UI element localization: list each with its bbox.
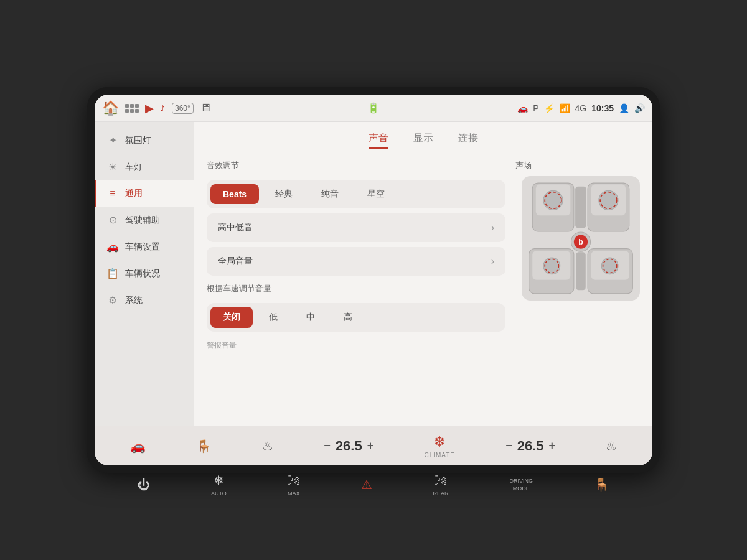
sidebar-item-general-label: 通用 xyxy=(125,188,143,199)
360-icon[interactable]: 360° xyxy=(172,103,194,114)
rear-defrost-icon: 🌬 xyxy=(435,474,447,488)
sidebar-item-system-label: 系统 xyxy=(125,295,143,306)
bottom-right-seat-heat[interactable]: ♨ xyxy=(606,439,617,454)
right-temp-minus[interactable]: − xyxy=(505,439,512,452)
lights-icon: ☀ xyxy=(106,161,119,173)
top-bar-center: 🔋 xyxy=(283,102,464,114)
sidebar-item-ambient-label: 氛围灯 xyxy=(125,135,151,146)
settings-right: 声场 xyxy=(515,160,640,416)
fan-button[interactable]: ❄ AUTO xyxy=(211,473,227,497)
battery-icon: 🔋 xyxy=(367,102,380,114)
system-icon: ⚙ xyxy=(106,294,119,306)
sidebar-item-ambient[interactable]: ✦ 氛围灯 xyxy=(95,127,194,154)
person-icon: 👤 xyxy=(619,103,629,113)
tab-display[interactable]: 显示 xyxy=(413,132,433,149)
home-icon[interactable]: 🏠 xyxy=(102,100,119,116)
sound-btn-starsky[interactable]: 星空 xyxy=(355,184,397,205)
svg-rect-20 xyxy=(576,252,586,290)
right-temp-plus[interactable]: + xyxy=(549,439,556,452)
sidebar-item-lights-label: 车灯 xyxy=(125,162,143,173)
bluetooth-icon: ⚡ xyxy=(544,103,555,113)
seat-button[interactable]: 🪑 xyxy=(594,477,609,492)
left-temp-minus[interactable]: − xyxy=(324,439,331,452)
bottom-heated-icon[interactable]: ♨ xyxy=(262,439,273,454)
climate-center[interactable]: ❄ CLIMATE xyxy=(424,433,455,459)
sound-btn-beats[interactable]: Beats xyxy=(210,184,259,204)
bottom-car-icon[interactable]: 🚗 xyxy=(130,439,146,454)
car-status-icon: 🚗 xyxy=(517,103,528,113)
sidebar-item-system[interactable]: ⚙ 系统 xyxy=(95,287,194,314)
sound-btn-pure[interactable]: 纯音 xyxy=(309,184,351,205)
sidebar-item-vehicle-settings-label: 车辆设置 xyxy=(125,241,160,253)
fan-icon: ❄ xyxy=(214,473,224,488)
screen: 🏠 ▶ ♪ 360° 🖥 🔋 🚗 P xyxy=(95,95,652,465)
top-bar: 🏠 ▶ ♪ 360° 🖥 🔋 🚗 P xyxy=(95,95,652,122)
speed-btn-off[interactable]: 关闭 xyxy=(210,307,253,328)
physical-controls: ⏻ ❄ AUTO 🌬 MAX ⚠ 🌬 REAR DRIVING MODE 🪑 xyxy=(95,473,652,497)
sidebar-item-lights[interactable]: ☀ 车灯 xyxy=(95,154,194,180)
treble-bass-row[interactable]: 高中低音 › xyxy=(207,213,505,242)
driving-icon: ⊙ xyxy=(106,214,119,226)
grid-icon[interactable] xyxy=(125,104,139,113)
main-content: ✦ 氛围灯 ☀ 车灯 ≡ 通用 ⊙ 驾驶辅助 🚗 车辆设置 xyxy=(95,122,652,426)
defrost-label: MAX xyxy=(288,490,300,497)
svg-rect-8 xyxy=(575,187,586,228)
vehicle-settings-icon: 🚗 xyxy=(106,241,119,253)
left-temp-value: 26.5 xyxy=(336,438,362,454)
driving-mode-label-bot: MODE xyxy=(513,485,530,492)
music-icon[interactable]: ♪ xyxy=(160,101,166,114)
climate-label: CLIMATE xyxy=(424,452,455,459)
settings-left: 音效调节 Beats 经典 纯音 星空 高中低音 › xyxy=(207,160,505,416)
rear-defrost-button[interactable]: 🌬 REAR xyxy=(433,474,449,497)
bottom-bar: 🚗 🪑 ♨ − 26.5 + ❄ CLIMATE − xyxy=(95,426,652,465)
tab-connect[interactable]: 连接 xyxy=(458,132,478,149)
speed-btn-mid[interactable]: 中 xyxy=(294,307,327,328)
speed-adjust-title: 根据车速调节音量 xyxy=(207,283,505,294)
parking-icon: P xyxy=(533,103,538,113)
alert-volume-label: 警报音量 xyxy=(207,340,505,351)
sidebar-item-general[interactable]: ≡ 通用 xyxy=(95,180,194,207)
svg-text:b: b xyxy=(578,238,583,246)
sound-options: Beats 经典 纯音 星空 xyxy=(207,180,505,208)
defrost-button[interactable]: 🌬 MAX xyxy=(288,474,300,497)
sidebar: ✦ 氛围灯 ☀ 车灯 ≡ 通用 ⊙ 驾驶辅助 🚗 车辆设置 xyxy=(95,122,194,426)
sidebar-item-driving-label: 驾驶辅助 xyxy=(125,215,160,226)
sound-btn-classic[interactable]: 经典 xyxy=(263,184,305,205)
bottom-seat-heat-icon[interactable]: 🪑 xyxy=(196,439,212,454)
speed-btn-low[interactable]: 低 xyxy=(256,307,290,328)
wifi-icon: 📶 xyxy=(560,103,570,113)
fan-label: AUTO xyxy=(211,490,227,497)
sidebar-item-vehicle-settings[interactable]: 🚗 车辆设置 xyxy=(95,233,194,260)
speed-btn-high[interactable]: 高 xyxy=(331,307,365,328)
time-display: 10:35 xyxy=(591,103,614,113)
tab-sound[interactable]: 声音 xyxy=(369,132,388,149)
driving-mode-button[interactable]: DRIVING MODE xyxy=(510,478,533,492)
sidebar-item-vehicle-status[interactable]: 📋 车辆状况 xyxy=(95,260,194,287)
rear-label: REAR xyxy=(433,490,449,497)
tab-bar: 声音 显示 连接 xyxy=(207,132,640,149)
svg-point-2 xyxy=(543,190,563,210)
hazard-icon: ⚠ xyxy=(361,477,372,492)
sidebar-item-driving[interactable]: ⊙ 驾驶辅助 xyxy=(95,207,194,233)
ambient-icon: ✦ xyxy=(106,134,119,146)
svg-point-14 xyxy=(543,258,560,274)
global-volume-row[interactable]: 全局音量 › xyxy=(207,247,505,276)
general-icon: ≡ xyxy=(106,188,119,199)
power-button[interactable]: ⏻ xyxy=(138,478,150,492)
climate-fan-icon: ❄ xyxy=(433,433,446,450)
scene-label: 声场 xyxy=(515,160,532,171)
hazard-button[interactable]: ⚠ xyxy=(361,477,372,492)
speed-options: 关闭 低 中 高 xyxy=(207,303,505,332)
main-frame: 🏠 ▶ ♪ 360° 🖥 🔋 🚗 P xyxy=(87,87,660,473)
4g-icon: 4G xyxy=(575,103,587,113)
top-bar-left: 🏠 ▶ ♪ 360° 🖥 xyxy=(102,100,283,116)
volume-icon[interactable]: 🔊 xyxy=(634,103,645,113)
vehicle-status-icon: 📋 xyxy=(106,268,119,279)
power-icon: ⏻ xyxy=(138,478,150,492)
svg-point-18 xyxy=(601,258,618,274)
navigation-icon[interactable]: ▶ xyxy=(145,101,154,115)
screen-mirror-icon[interactable]: 🖥 xyxy=(200,101,211,114)
settings-content: 音效调节 Beats 经典 纯音 星空 高中低音 › xyxy=(207,160,640,416)
left-temp-plus[interactable]: + xyxy=(367,439,374,452)
driving-mode-label-top: DRIVING xyxy=(510,478,533,484)
